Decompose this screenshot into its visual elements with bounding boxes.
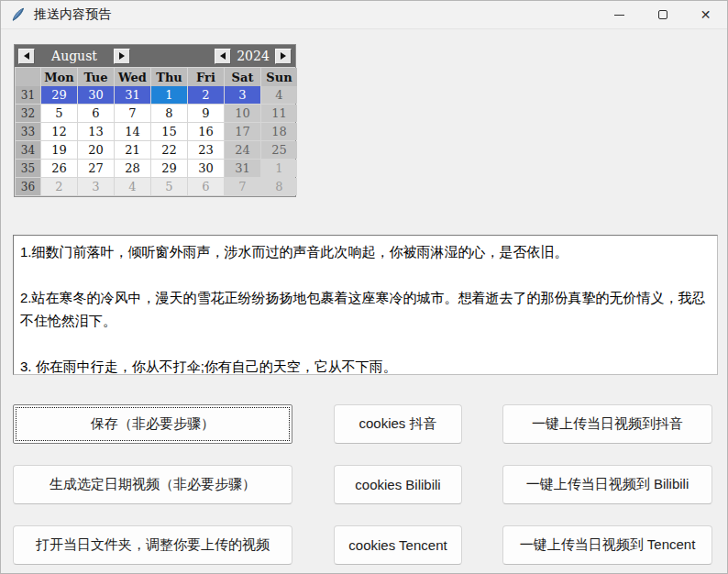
- cookies-tencent-button[interactable]: cookies Tencent: [334, 525, 462, 565]
- day-cell[interactable]: 3: [78, 178, 114, 195]
- day-cell[interactable]: 11: [261, 105, 297, 122]
- day-cell[interactable]: 27: [78, 160, 114, 177]
- day-cell[interactable]: 17: [225, 123, 260, 140]
- upload-tencent-button[interactable]: 一键上传当日视频到 Tencent: [502, 525, 712, 565]
- weekday-header: Sun: [261, 68, 297, 87]
- day-cell[interactable]: 28: [115, 160, 150, 177]
- day-cell[interactable]: 24: [225, 141, 260, 159]
- next-month-button[interactable]: [114, 49, 130, 64]
- day-cell[interactable]: 6: [78, 105, 114, 122]
- weekday-header: Mon: [41, 68, 77, 87]
- day-cell[interactable]: 6: [188, 178, 224, 195]
- calendar: August 2024 Mon Tue Wed Thu Fri Sat Sun …: [14, 44, 296, 197]
- day-cell[interactable]: 14: [115, 123, 150, 140]
- day-cell[interactable]: 10: [225, 105, 260, 122]
- app-window: 推送内容预告 ✕ August 2024 Mon Tue Wed Thu Fri…: [0, 0, 728, 574]
- weekday-corner: [16, 68, 40, 87]
- upload-bilibili-button[interactable]: 一键上传当日视频到 Bilibili: [502, 465, 712, 504]
- day-cell[interactable]: 31: [115, 86, 150, 104]
- day-cell[interactable]: 16: [188, 123, 224, 140]
- day-cell[interactable]: 30: [78, 86, 114, 104]
- close-button[interactable]: ✕: [684, 1, 727, 28]
- next-year-button[interactable]: [275, 49, 292, 64]
- day-cell[interactable]: 2: [41, 178, 77, 195]
- week-number: 35: [16, 160, 40, 177]
- day-cell[interactable]: 2: [188, 86, 224, 104]
- upload-douyin-button[interactable]: 一键上传当日视频到抖音: [502, 404, 712, 444]
- day-cell[interactable]: 23: [188, 141, 224, 159]
- week-number: 34: [16, 141, 40, 159]
- calendar-grid: Mon Tue Wed Thu Fri Sat Sun 31 29 30 31 …: [15, 67, 295, 196]
- day-cell[interactable]: 9: [188, 105, 224, 122]
- week-number: 31: [16, 86, 40, 104]
- day-cell[interactable]: 31: [225, 160, 260, 177]
- titlebar: 推送内容预告 ✕: [1, 1, 727, 29]
- calendar-header: August 2024: [15, 45, 295, 67]
- chevron-left-icon: [24, 52, 29, 60]
- day-cell[interactable]: 4: [115, 178, 150, 195]
- year-label: 2024: [231, 49, 275, 63]
- window-title: 推送内容预告: [34, 6, 111, 23]
- close-icon: ✕: [700, 8, 711, 21]
- weekday-header: Tue: [78, 68, 114, 87]
- maximize-icon: [658, 10, 667, 19]
- week-number: 32: [16, 105, 40, 122]
- day-cell[interactable]: 13: [78, 123, 114, 140]
- day-cell[interactable]: 29: [41, 86, 77, 104]
- month-label: August: [35, 49, 114, 63]
- day-cell[interactable]: 7: [115, 105, 150, 122]
- day-cell[interactable]: 8: [261, 178, 297, 195]
- day-cell[interactable]: 8: [151, 105, 187, 122]
- day-cell[interactable]: 29: [151, 160, 187, 177]
- day-cell[interactable]: 19: [41, 141, 77, 159]
- open-folder-button[interactable]: 打开当日文件夹，调整你要上传的视频: [13, 525, 292, 565]
- day-cell[interactable]: 4: [261, 86, 297, 104]
- week-number: 36: [16, 178, 40, 195]
- day-cell[interactable]: 5: [41, 105, 77, 122]
- day-cell[interactable]: 15: [151, 123, 187, 140]
- python-feather-icon: [11, 7, 26, 22]
- notes-textarea[interactable]: 1.细数门前落叶，倾听窗外雨声，涉水而过的声音此次响起，你被雨淋湿的心，是否依旧…: [13, 235, 718, 375]
- day-cell[interactable]: 12: [41, 123, 77, 140]
- chevron-right-icon: [281, 52, 286, 60]
- day-cell[interactable]: 7: [225, 178, 260, 195]
- week-number: 33: [16, 123, 40, 140]
- cookies-bilibili-button[interactable]: cookies Bilibili: [334, 465, 462, 504]
- minimize-icon: [614, 15, 624, 16]
- chevron-right-icon: [119, 52, 125, 60]
- day-cell[interactable]: 30: [188, 160, 224, 177]
- weekday-header: Thu: [151, 68, 187, 87]
- prev-month-button[interactable]: [18, 49, 35, 64]
- day-cell[interactable]: 18: [261, 123, 297, 140]
- day-cell[interactable]: 21: [115, 141, 150, 159]
- weekday-header: Sat: [225, 68, 260, 87]
- minimize-button[interactable]: [598, 1, 641, 28]
- generate-video-button[interactable]: 生成选定日期视频（非必要步骤）: [13, 465, 292, 504]
- weekday-header: Wed: [115, 68, 150, 87]
- window-controls: ✕: [598, 1, 727, 28]
- day-cell-selected[interactable]: 1: [151, 86, 187, 104]
- day-cell[interactable]: 1: [261, 160, 297, 177]
- day-cell[interactable]: 20: [78, 141, 114, 159]
- prev-year-button[interactable]: [215, 49, 231, 64]
- maximize-button[interactable]: [641, 1, 684, 28]
- chevron-left-icon: [220, 52, 226, 60]
- day-cell[interactable]: 3: [225, 86, 260, 104]
- weekday-header: Fri: [188, 68, 224, 87]
- day-cell[interactable]: 5: [151, 178, 187, 195]
- day-cell[interactable]: 22: [151, 141, 187, 159]
- day-cell[interactable]: 25: [261, 141, 297, 159]
- day-cell[interactable]: 26: [41, 160, 77, 177]
- save-button[interactable]: 保存（非必要步骤）: [13, 404, 292, 444]
- cookies-douyin-button[interactable]: cookies 抖音: [334, 404, 462, 444]
